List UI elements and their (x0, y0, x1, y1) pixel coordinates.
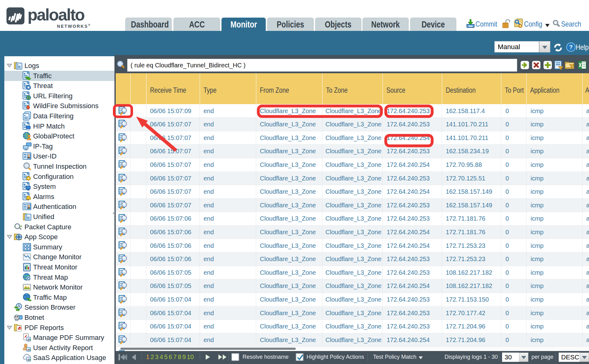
svg-text:?: ? (569, 44, 573, 50)
